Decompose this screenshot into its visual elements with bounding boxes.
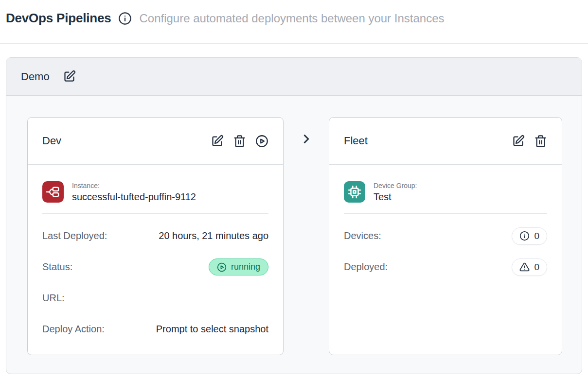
deployed-count-badge[interactable]: 0 [512,258,547,276]
device-group-name: Test [374,191,417,203]
url-label: URL: [42,292,65,304]
dev-stage-card: Dev [27,117,284,355]
devices-count-badge[interactable]: 0 [512,227,547,245]
last-deployed-label: Last Deployed: [42,230,107,241]
pipeline-connector [284,117,329,355]
edit-dev-stage-button[interactable] [211,135,224,148]
deployed-row: Deployed: 0 [344,258,547,276]
deploy-action-row: Deploy Action: Prompt to select snapshot [42,320,268,338]
deployed-label: Deployed: [344,261,388,273]
status-label: Status: [42,261,72,273]
devices-row: Devices: 0 [344,227,547,245]
device-group-row: Device Group: Test [344,181,547,203]
info-icon[interactable] [118,12,132,25]
fleet-stage-card: Fleet [329,117,562,355]
pipeline-panel-body: Dev [6,96,582,355]
pipeline-panel: Demo Dev [6,57,582,374]
instance-row: Instance: successful-tufted-puffin-9112 [42,181,268,203]
divider [344,213,547,214]
deploy-action-value: Prompt to select snapshot [156,324,268,335]
warning-triangle-icon [519,262,530,272]
deployed-count: 0 [534,262,539,273]
chevron-right-icon [299,132,314,355]
last-deployed-row: Last Deployed: 20 hours, 21 minutes ago [42,227,268,245]
device-group-label: Device Group: [374,182,417,189]
page-subtitle: Configure automated deployments between … [139,12,444,25]
dev-card-title: Dev [42,135,61,147]
devices-count: 0 [534,231,539,241]
deploy-action-label: Deploy Action: [42,324,105,335]
devices-label: Devices: [344,230,381,241]
trash-icon [233,135,246,148]
fleet-card-title: Fleet [344,135,368,147]
fleet-card-actions [512,135,547,148]
dev-card-body: Instance: successful-tufted-puffin-9112 … [28,165,283,338]
instance-info: Instance: successful-tufted-puffin-9112 [72,182,196,203]
status-badge: running [209,258,268,275]
run-deploy-button[interactable] [255,135,268,148]
page-title: DevOps Pipelines [6,11,111,26]
device-group-info: Device Group: Test [374,182,417,203]
delete-dev-stage-button[interactable] [233,135,246,148]
fleet-card-body: Device Group: Test Devices: 0 [329,165,562,276]
pipeline-panel-header: Demo [6,58,582,96]
play-circle-icon [217,262,227,272]
delete-fleet-stage-button[interactable] [534,135,547,148]
chip-icon [344,181,365,203]
edit-icon [211,135,224,148]
url-row: URL: [42,289,268,307]
info-icon [519,231,530,241]
edit-icon [63,70,76,83]
instance-name: successful-tufted-puffin-9112 [72,191,196,203]
last-deployed-value: 20 hours, 21 minutes ago [159,230,268,241]
edit-icon [512,135,525,148]
status-text: running [231,262,260,272]
page-header: DevOps Pipelines Configure automated dep… [0,0,588,44]
edit-fleet-stage-button[interactable] [512,135,525,148]
status-row: Status: running [42,258,268,276]
divider [42,213,268,214]
dev-card-header: Dev [28,118,283,165]
pipeline-icon [42,181,64,203]
trash-icon [534,135,547,148]
edit-pipeline-button[interactable] [63,70,76,83]
play-circle-icon [255,135,268,148]
pipeline-name: Demo [21,70,50,83]
dev-card-actions [211,135,268,148]
fleet-card-header: Fleet [329,118,562,165]
instance-label: Instance: [72,182,196,189]
